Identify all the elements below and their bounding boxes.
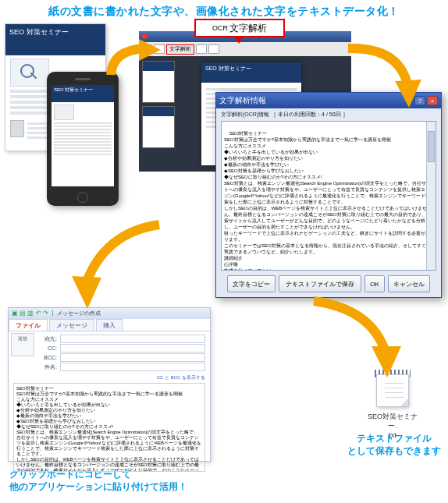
ocr-small: OCR [212, 24, 228, 32]
arrow-icon [67, 218, 169, 312]
tab-message[interactable]: メッセージ [49, 319, 94, 331]
toolbar-button[interactable] [196, 44, 207, 54]
save-textfile-button[interactable]: テキストファイルで保存 [279, 275, 361, 292]
ocr-result-dialog: 文字解析情報 ? × 文字解析(OCR)情報 ［ 本日の利用回数：4 / 50回… [215, 92, 442, 298]
arrow-icon [106, 39, 161, 94]
dialog-info-count: ［ 本日の利用回数：4 / 50回 ］ [271, 112, 347, 117]
mail-body[interactable]: SEO対策セミナー SEO対策は万全ですか?基本知識から実践的な手法まで一気に学… [13, 383, 205, 472]
file-name-2: txt [389, 431, 396, 439]
cancel-button[interactable]: キャンセル [388, 275, 430, 292]
subject-input[interactable] [60, 363, 205, 371]
ok-button[interactable]: OK [364, 275, 385, 292]
editor-page-title: SEO 対策セミナー [201, 62, 301, 83]
editor-toolbar: 文字解析 [139, 42, 351, 56]
cc-label: CC: [38, 345, 57, 351]
ocr-text: 文字解析 [229, 22, 267, 35]
bcc-label: BCC: [38, 355, 57, 360]
file-name-1: SEO対策セミナー. [368, 413, 418, 430]
avatar-thumb [10, 120, 24, 137]
mail-window: ▣ ▤ ▥ ↶ ↷ ❘ メッセージの作成 ファイル メッセージ 挿入 送信 宛先… [8, 307, 211, 462]
ocr-textarea[interactable]: SEO対策セミナー SEO対策は万全ですか?基本知識から実践的な手法まで一気に学… [221, 121, 436, 271]
arrow-icon [343, 41, 421, 111]
paper-title: SEO 対策セミナー [5, 24, 105, 55]
dialog-info-prefix: 文字解析(OCR)情報 [221, 112, 269, 117]
bcc-input[interactable] [60, 353, 205, 362]
toolbar-button[interactable] [208, 44, 219, 54]
tab-file[interactable]: ファイル [9, 319, 48, 331]
ocr-label-box: OCR 文字解析 [194, 19, 285, 37]
subject-label: 件名: [38, 363, 57, 371]
home-button[interactable] [77, 192, 88, 203]
close-icon[interactable]: × [427, 96, 438, 105]
toolbar-ocr-button[interactable]: 文字解析 [166, 44, 194, 55]
headline: 紙の文書に書かれた文字や、画像化された文字をテキストデータ化！ [0, 0, 448, 19]
copy-text-button[interactable]: 文字をコピー [227, 275, 276, 292]
arrow-icon [303, 295, 404, 381]
tab-insert[interactable]: 挿入 [96, 319, 123, 331]
to-label: 宛先: [38, 335, 57, 343]
close-icon[interactable] [142, 34, 148, 39]
scrollbar[interactable] [426, 122, 436, 270]
dialog-title: 文字解析情報 [219, 95, 266, 106]
magnifier-graphic [10, 58, 49, 87]
page-thumbnail[interactable] [142, 106, 175, 148]
send-button[interactable]: 送信 [11, 333, 34, 356]
to-input[interactable] [60, 335, 205, 343]
cc-input[interactable] [60, 344, 205, 352]
phone-doc-title: SEO 対策セミナー [52, 85, 114, 102]
cc-bcc-link[interactable]: CC と BCC を表示する [9, 374, 210, 381]
